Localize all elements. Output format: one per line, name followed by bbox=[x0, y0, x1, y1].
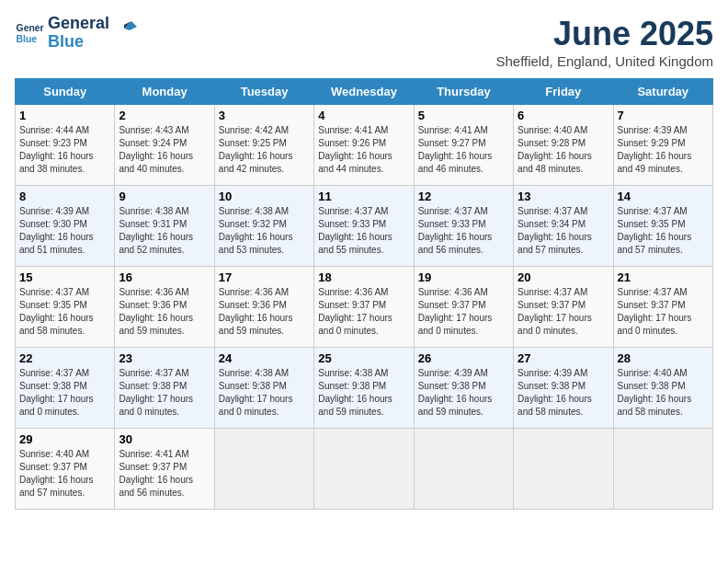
day-info: Sunrise: 4:37 AMSunset: 9:37 PMDaylight:… bbox=[518, 286, 609, 338]
day-info: Sunrise: 4:37 AMSunset: 9:33 PMDaylight:… bbox=[318, 205, 409, 257]
day-info: Sunrise: 4:44 AMSunset: 9:23 PMDaylight:… bbox=[19, 124, 110, 176]
svg-text:Blue: Blue bbox=[17, 33, 38, 43]
calendar-cell: 19Sunrise: 4:36 AMSunset: 9:37 PMDayligh… bbox=[414, 267, 513, 348]
day-number: 24 bbox=[219, 351, 310, 365]
logo: General Blue General Blue bbox=[15, 15, 137, 52]
header-thursday: Thursday bbox=[414, 79, 513, 105]
header: General Blue General Blue June 2025 Shef… bbox=[15, 15, 713, 69]
day-number: 20 bbox=[518, 270, 609, 284]
day-number: 15 bbox=[19, 270, 110, 284]
day-info: Sunrise: 4:43 AMSunset: 9:24 PMDaylight:… bbox=[119, 124, 210, 176]
day-info: Sunrise: 4:37 AMSunset: 9:38 PMDaylight:… bbox=[19, 367, 110, 419]
day-info: Sunrise: 4:38 AMSunset: 9:32 PMDaylight:… bbox=[219, 205, 310, 257]
calendar-cell bbox=[514, 429, 613, 510]
title-area: June 2025 Sheffield, England, United Kin… bbox=[495, 15, 713, 69]
day-info: Sunrise: 4:36 AMSunset: 9:36 PMDaylight:… bbox=[119, 286, 210, 338]
day-number: 13 bbox=[518, 190, 609, 203]
calendar-week-4: 22Sunrise: 4:37 AMSunset: 9:38 PMDayligh… bbox=[16, 348, 713, 429]
calendar-cell: 27Sunrise: 4:39 AMSunset: 9:38 PMDayligh… bbox=[514, 348, 613, 429]
calendar-week-1: 1Sunrise: 4:44 AMSunset: 9:23 PMDaylight… bbox=[16, 105, 713, 186]
header-tuesday: Tuesday bbox=[214, 79, 313, 105]
calendar-cell: 17Sunrise: 4:36 AMSunset: 9:36 PMDayligh… bbox=[214, 267, 313, 348]
header-friday: Friday bbox=[514, 79, 613, 105]
calendar-cell: 6Sunrise: 4:40 AMSunset: 9:28 PMDaylight… bbox=[514, 105, 613, 186]
calendar-cell: 25Sunrise: 4:38 AMSunset: 9:38 PMDayligh… bbox=[314, 348, 414, 429]
calendar-cell bbox=[314, 429, 414, 510]
day-info: Sunrise: 4:41 AMSunset: 9:37 PMDaylight:… bbox=[119, 448, 210, 500]
day-number: 7 bbox=[618, 109, 709, 122]
calendar-cell: 20Sunrise: 4:37 AMSunset: 9:37 PMDayligh… bbox=[514, 267, 613, 348]
day-number: 10 bbox=[219, 190, 310, 203]
calendar-cell bbox=[613, 429, 712, 510]
calendar-cell: 8Sunrise: 4:39 AMSunset: 9:30 PMDaylight… bbox=[16, 186, 115, 267]
day-info: Sunrise: 4:39 AMSunset: 9:30 PMDaylight:… bbox=[19, 205, 110, 257]
calendar-cell: 9Sunrise: 4:38 AMSunset: 9:31 PMDaylight… bbox=[115, 186, 214, 267]
calendar-cell bbox=[214, 429, 313, 510]
calendar-cell bbox=[414, 429, 513, 510]
day-number: 6 bbox=[518, 109, 609, 122]
day-info: Sunrise: 4:38 AMSunset: 9:38 PMDaylight:… bbox=[219, 367, 310, 419]
calendar-header-row: SundayMondayTuesdayWednesdayThursdayFrid… bbox=[16, 79, 713, 105]
calendar-cell: 7Sunrise: 4:39 AMSunset: 9:29 PMDaylight… bbox=[613, 105, 712, 186]
calendar-cell: 24Sunrise: 4:38 AMSunset: 9:38 PMDayligh… bbox=[214, 348, 313, 429]
day-info: Sunrise: 4:41 AMSunset: 9:27 PMDaylight:… bbox=[418, 124, 509, 176]
calendar-cell: 15Sunrise: 4:37 AMSunset: 9:35 PMDayligh… bbox=[16, 267, 115, 348]
day-number: 30 bbox=[119, 432, 210, 446]
calendar-week-5: 29Sunrise: 4:40 AMSunset: 9:37 PMDayligh… bbox=[16, 429, 713, 510]
day-number: 1 bbox=[19, 109, 110, 122]
day-number: 28 bbox=[618, 351, 709, 365]
calendar-table: SundayMondayTuesdayWednesdayThursdayFrid… bbox=[15, 78, 713, 510]
calendar-cell: 2Sunrise: 4:43 AMSunset: 9:24 PMDaylight… bbox=[115, 105, 214, 186]
calendar-cell: 16Sunrise: 4:36 AMSunset: 9:36 PMDayligh… bbox=[115, 267, 214, 348]
location-subtitle: Sheffield, England, United Kingdom bbox=[495, 53, 713, 69]
calendar-cell: 4Sunrise: 4:41 AMSunset: 9:26 PMDaylight… bbox=[314, 105, 414, 186]
day-info: Sunrise: 4:37 AMSunset: 9:37 PMDaylight:… bbox=[618, 286, 709, 338]
header-saturday: Saturday bbox=[613, 79, 712, 105]
day-info: Sunrise: 4:37 AMSunset: 9:33 PMDaylight:… bbox=[418, 205, 509, 257]
calendar-cell: 30Sunrise: 4:41 AMSunset: 9:37 PMDayligh… bbox=[115, 429, 214, 510]
day-number: 16 bbox=[119, 270, 210, 284]
calendar-cell: 18Sunrise: 4:36 AMSunset: 9:37 PMDayligh… bbox=[314, 267, 414, 348]
calendar-cell: 13Sunrise: 4:37 AMSunset: 9:34 PMDayligh… bbox=[514, 186, 613, 267]
day-number: 21 bbox=[618, 270, 709, 284]
logo-text-line1: General bbox=[48, 15, 109, 33]
logo-text-line2: Blue bbox=[48, 33, 109, 52]
calendar-cell: 3Sunrise: 4:42 AMSunset: 9:25 PMDaylight… bbox=[214, 105, 313, 186]
day-info: Sunrise: 4:37 AMSunset: 9:38 PMDaylight:… bbox=[119, 367, 210, 419]
day-info: Sunrise: 4:40 AMSunset: 9:38 PMDaylight:… bbox=[618, 367, 709, 419]
calendar-cell: 14Sunrise: 4:37 AMSunset: 9:35 PMDayligh… bbox=[613, 186, 712, 267]
day-number: 18 bbox=[318, 270, 409, 284]
day-number: 23 bbox=[119, 351, 210, 365]
day-number: 2 bbox=[119, 109, 210, 122]
calendar-cell: 10Sunrise: 4:38 AMSunset: 9:32 PMDayligh… bbox=[214, 186, 313, 267]
header-sunday: Sunday bbox=[16, 79, 115, 105]
day-number: 3 bbox=[219, 109, 310, 122]
day-info: Sunrise: 4:37 AMSunset: 9:34 PMDaylight:… bbox=[518, 205, 609, 257]
day-number: 12 bbox=[418, 190, 509, 203]
day-number: 11 bbox=[318, 190, 409, 203]
day-number: 5 bbox=[418, 109, 509, 122]
day-number: 22 bbox=[19, 351, 110, 365]
calendar-cell: 21Sunrise: 4:37 AMSunset: 9:37 PMDayligh… bbox=[613, 267, 712, 348]
day-info: Sunrise: 4:36 AMSunset: 9:37 PMDaylight:… bbox=[418, 286, 509, 338]
calendar-cell: 26Sunrise: 4:39 AMSunset: 9:38 PMDayligh… bbox=[414, 348, 513, 429]
calendar-week-3: 15Sunrise: 4:37 AMSunset: 9:35 PMDayligh… bbox=[16, 267, 713, 348]
day-number: 25 bbox=[318, 351, 409, 365]
day-info: Sunrise: 4:39 AMSunset: 9:38 PMDaylight:… bbox=[518, 367, 609, 419]
calendar-cell: 12Sunrise: 4:37 AMSunset: 9:33 PMDayligh… bbox=[414, 186, 513, 267]
day-number: 4 bbox=[318, 109, 409, 122]
day-number: 27 bbox=[518, 351, 609, 365]
day-number: 26 bbox=[418, 351, 509, 365]
calendar-cell: 29Sunrise: 4:40 AMSunset: 9:37 PMDayligh… bbox=[16, 429, 115, 510]
calendar-cell: 28Sunrise: 4:40 AMSunset: 9:38 PMDayligh… bbox=[613, 348, 712, 429]
header-wednesday: Wednesday bbox=[314, 79, 414, 105]
day-info: Sunrise: 4:39 AMSunset: 9:38 PMDaylight:… bbox=[418, 367, 509, 419]
day-number: 19 bbox=[418, 270, 509, 284]
day-info: Sunrise: 4:42 AMSunset: 9:25 PMDaylight:… bbox=[219, 124, 310, 176]
day-info: Sunrise: 4:38 AMSunset: 9:38 PMDaylight:… bbox=[318, 367, 409, 419]
day-info: Sunrise: 4:36 AMSunset: 9:36 PMDaylight:… bbox=[219, 286, 310, 338]
day-info: Sunrise: 4:40 AMSunset: 9:37 PMDaylight:… bbox=[19, 448, 110, 500]
logo-bird-icon bbox=[111, 19, 137, 38]
day-info: Sunrise: 4:37 AMSunset: 9:35 PMDaylight:… bbox=[19, 286, 110, 338]
logo-icon: General Blue bbox=[15, 18, 44, 48]
